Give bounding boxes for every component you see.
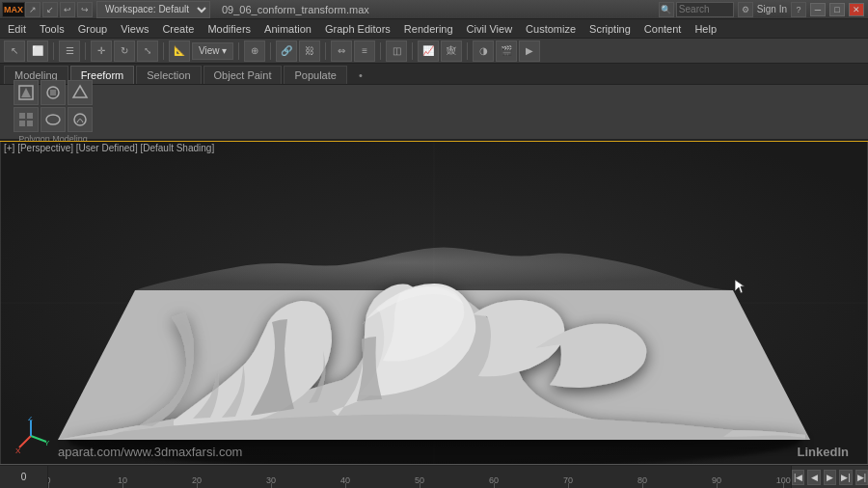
pivot-icon[interactable]: ⊕ <box>244 41 265 62</box>
quick-access-redo[interactable]: ↪ <box>77 2 93 17</box>
select-filter[interactable]: ☰ <box>59 41 80 62</box>
help-btn[interactable]: ? <box>791 2 806 17</box>
timeline-track[interactable]: 0 10 20 30 40 50 60 70 80 90 100 <box>48 466 791 488</box>
ribbon-modify-sel[interactable] <box>41 80 66 105</box>
tickmark-80 <box>642 483 643 488</box>
svg-line-19 <box>19 436 31 447</box>
sep8 <box>412 42 413 60</box>
select-link[interactable]: 🔗 <box>276 41 297 62</box>
quick-access-save[interactable]: ↙ <box>42 2 58 17</box>
viewport-3d[interactable] <box>0 141 868 465</box>
ribbon-icons-row-2 <box>14 107 93 132</box>
menu-civil-view[interactable]: Civil View <box>461 20 518 38</box>
tickmark-70 <box>568 483 569 488</box>
ribbon-surface[interactable] <box>41 107 66 132</box>
menu-views[interactable]: Views <box>115 20 154 38</box>
move-tool[interactable]: ✛ <box>91 41 112 62</box>
select-tool[interactable]: ↖ <box>4 41 25 62</box>
schematic[interactable]: 🕸 <box>441 41 462 62</box>
tickmark-90 <box>717 483 718 488</box>
sep4 <box>238 42 239 60</box>
rotate-tool[interactable]: ↻ <box>114 41 135 62</box>
viewport-wrapper[interactable]: [+] [Perspective] [User Defined] [Defaul… <box>0 141 868 465</box>
ribbon-icons-row-1 <box>14 80 93 105</box>
close-btn[interactable]: ✕ <box>849 3 864 16</box>
curve-editor[interactable]: 📈 <box>418 41 439 62</box>
svg-rect-3 <box>50 90 56 95</box>
render-setup[interactable]: 🎬 <box>496 41 517 62</box>
menu-tools[interactable]: Tools <box>34 20 70 38</box>
menu-graph-editors[interactable]: Graph Editors <box>319 20 396 38</box>
tickmark-50 <box>420 483 420 488</box>
settings-icon[interactable]: ⚙ <box>738 2 753 17</box>
quick-access-undo[interactable]: ↩ <box>60 2 75 17</box>
main-area: [+] [Perspective] [User Defined] [Defaul… <box>0 141 868 465</box>
ribbon-more-btn[interactable]: • <box>353 67 368 84</box>
title-filename: 09_06_conform_transform.max <box>222 4 369 15</box>
ribbon-geometry-all[interactable] <box>68 80 93 105</box>
ribbon-paint-deform[interactable] <box>68 107 93 132</box>
tab-selection[interactable]: Selection <box>136 66 201 84</box>
unlink[interactable]: ⛓ <box>299 41 320 62</box>
ref-coord-dropdown[interactable]: View ▾ <box>192 42 233 60</box>
minimize-btn[interactable]: ─ <box>810 3 826 16</box>
frame-counter[interactable]: 0 <box>0 466 48 488</box>
menu-animation[interactable]: Animation <box>258 20 317 38</box>
next-frame-btn[interactable]: ▶| <box>839 470 852 485</box>
main-toolbar: ↖ ⬜ ☰ ✛ ↻ ⤡ 📐 View ▾ ⊕ 🔗 ⛓ ⇔ ≡ ◫ 📈 🕸 ◑ 🎬… <box>0 39 868 64</box>
svg-marker-1 <box>21 88 31 97</box>
search-icon-btn[interactable]: 🔍 <box>659 2 674 17</box>
ref-coord[interactable]: 📐 <box>169 41 190 62</box>
maximize-btn[interactable]: □ <box>829 3 845 16</box>
tickmark-20 <box>197 483 198 488</box>
tab-populate[interactable]: Populate <box>284 66 346 84</box>
top-search-input[interactable] <box>676 2 734 17</box>
go-start-btn[interactable]: |◀ <box>792 470 804 485</box>
sep7 <box>380 42 381 60</box>
axis-indicator: X Y Z <box>12 417 50 457</box>
workspace-dropdown[interactable]: Workspace: Default <box>96 1 210 18</box>
render-frame[interactable]: ▶ <box>519 41 540 62</box>
svg-text:Y: Y <box>44 439 50 447</box>
menu-modifiers[interactable]: Modifiers <box>202 20 257 38</box>
menu-content[interactable]: Content <box>638 20 688 38</box>
sep3 <box>163 42 164 60</box>
tab-object-paint[interactable]: Object Paint <box>203 66 283 84</box>
select-region[interactable]: ⬜ <box>27 41 48 62</box>
menu-create[interactable]: Create <box>156 20 200 38</box>
quick-access-open[interactable]: ↗ <box>25 2 41 17</box>
menu-scripting[interactable]: Scripting <box>583 20 637 38</box>
prev-frame-btn[interactable]: ◀ <box>807 470 820 485</box>
menu-customize[interactable]: Customize <box>520 20 582 38</box>
svg-point-9 <box>46 115 60 124</box>
tickmark-60 <box>494 483 495 488</box>
svg-text:X: X <box>15 447 21 455</box>
ribbon-subdivision[interactable] <box>14 107 39 132</box>
ribbon-group-polygon-modeling: Polygon Modeling <box>8 88 98 136</box>
timeline-bar: 0 0 10 20 30 40 50 60 70 80 90 100 <box>0 465 868 488</box>
sep6 <box>325 42 326 60</box>
svg-text:Z: Z <box>28 417 33 422</box>
ribbon-tabs: Modeling Freeform Selection Object Paint… <box>0 64 868 85</box>
material-editor[interactable]: ◑ <box>473 41 494 62</box>
svg-marker-4 <box>73 86 87 97</box>
align[interactable]: ≡ <box>354 41 375 62</box>
scale-tool[interactable]: ⤡ <box>137 41 158 62</box>
svg-rect-6 <box>27 113 33 119</box>
tickmark-0 <box>48 483 49 488</box>
menu-group[interactable]: Group <box>72 20 114 38</box>
mirror[interactable]: ⇔ <box>331 41 352 62</box>
title-bar-left: MAX □ ↗ ↙ ↩ ↪ Workspace: Default 09_06_c… <box>4 1 369 18</box>
sep5 <box>270 42 271 60</box>
svg-rect-8 <box>27 121 33 126</box>
menu-rendering[interactable]: Rendering <box>398 20 459 38</box>
go-end-btn[interactable]: ▶| <box>855 470 868 485</box>
sign-in-link[interactable]: Sign In <box>757 4 787 14</box>
ribbon-edit-poly[interactable] <box>14 80 39 105</box>
layer-mgr[interactable]: ◫ <box>386 41 407 62</box>
max-logo: MAX <box>2 2 25 17</box>
play-btn[interactable]: ▶ <box>824 470 836 485</box>
menu-edit[interactable]: Edit <box>2 20 32 38</box>
menu-help[interactable]: Help <box>689 20 722 38</box>
sep9 <box>467 42 468 60</box>
